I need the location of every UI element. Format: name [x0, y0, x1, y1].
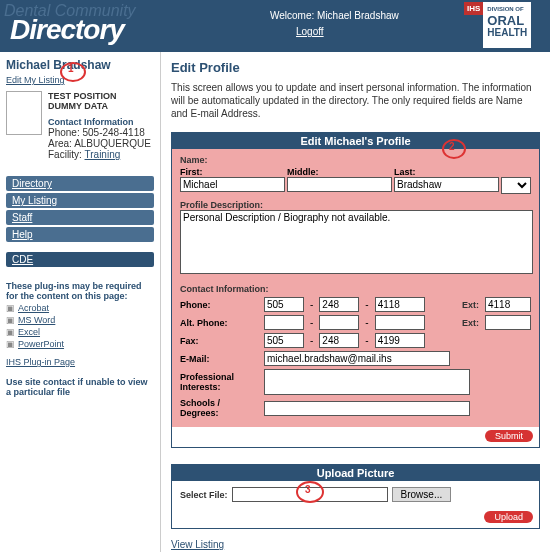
- middle-input[interactable]: [287, 177, 392, 192]
- contact-info-label: Contact Information:: [180, 284, 531, 294]
- nosite-text: Use site contact if unable to view a par…: [6, 377, 154, 397]
- view-listing-link[interactable]: View Listing: [171, 539, 224, 550]
- altphone-ext-label: Ext:: [462, 318, 479, 328]
- upload-button[interactable]: Upload: [484, 511, 533, 523]
- welcome-text: Welcome: Michael Bradshaw: [270, 10, 399, 21]
- position-line2: DUMMY DATA: [48, 101, 151, 111]
- fax-1[interactable]: [264, 333, 304, 348]
- app-title: Directory: [10, 14, 124, 46]
- logoff-link[interactable]: Logoff: [296, 26, 324, 37]
- phone-2[interactable]: [319, 297, 359, 312]
- plugin-msword[interactable]: MS Word: [18, 315, 55, 325]
- intro-text: This screen allows you to update and ins…: [171, 81, 540, 120]
- suffix-select[interactable]: [501, 177, 531, 194]
- nav-cde[interactable]: CDE: [6, 252, 154, 267]
- upload-picture-panel: Upload Picture Select File: Browse... Up…: [171, 464, 540, 529]
- plugin-acrobat[interactable]: Acrobat: [18, 303, 49, 313]
- first-label: First:: [180, 167, 279, 177]
- altphone-1[interactable]: [264, 315, 304, 330]
- facility-link[interactable]: Training: [85, 149, 121, 160]
- altphone-ext-input[interactable]: [485, 315, 531, 330]
- logo-ihs: IHS: [464, 2, 483, 15]
- name-label: Name:: [180, 155, 531, 165]
- nav-my-listing[interactable]: My Listing: [6, 193, 154, 208]
- plugin-page-link[interactable]: IHS Plug-in Page: [6, 357, 75, 367]
- altphone-2[interactable]: [319, 315, 359, 330]
- submit-button[interactable]: Submit: [485, 430, 533, 442]
- schools-label: Schools / Degrees:: [180, 398, 258, 418]
- middle-label: Middle:: [287, 167, 386, 177]
- nav-staff[interactable]: Staff: [6, 210, 154, 225]
- phone-1[interactable]: [264, 297, 304, 312]
- profile-desc-label: Profile Description:: [180, 200, 531, 210]
- annotation-num-3: 3: [305, 484, 311, 495]
- interests-label: Professional Interests:: [180, 372, 258, 392]
- edit-my-listing-link[interactable]: Edit My Listing: [6, 75, 65, 85]
- browse-button[interactable]: Browse...: [392, 487, 452, 502]
- nav-help[interactable]: Help: [6, 227, 154, 242]
- card-facility: Facility: Training: [48, 149, 151, 160]
- plugins-section: These plug-ins may be required for the c…: [6, 281, 154, 397]
- card-area: Area: ALBUQUERQUE: [48, 138, 151, 149]
- position-line1: TEST POSITION: [48, 91, 151, 101]
- profile-desc-textarea[interactable]: Personal Description / Biography not ava…: [180, 210, 533, 274]
- sidebar: Michael Bradshaw Edit My Listing TEST PO…: [0, 52, 161, 552]
- email-label: E-Mail:: [180, 354, 258, 364]
- panel-title: Edit Michael's Profile: [172, 133, 539, 149]
- annotation-num-1: 1: [68, 63, 74, 74]
- logo-text: DIVISION OF ORAL HEALTH: [483, 2, 531, 48]
- card-phone: Phone: 505-248-4118: [48, 127, 151, 138]
- phone-ext-label: Ext:: [462, 300, 479, 310]
- app-header: Dental Community Directory Welcome: Mich…: [0, 0, 550, 52]
- contact-info-header: Contact Information: [48, 117, 151, 127]
- listing-card: TEST POSITION DUMMY DATA Contact Informa…: [6, 91, 154, 160]
- avatar-thumbnail: [6, 91, 42, 135]
- page-heading: Edit Profile: [171, 60, 540, 75]
- phone-ext-input[interactable]: [485, 297, 531, 312]
- edit-profile-panel: Edit Michael's Profile Name: First: Midd…: [171, 132, 540, 448]
- schools-input[interactable]: [264, 401, 470, 416]
- phone-label: Phone:: [180, 300, 258, 310]
- fax-2[interactable]: [319, 333, 359, 348]
- altphone-label: Alt. Phone:: [180, 318, 258, 328]
- email-input[interactable]: [264, 351, 450, 366]
- fax-label: Fax:: [180, 336, 258, 346]
- logo: IHS DIVISION OF ORAL HEALTH: [464, 2, 546, 48]
- altphone-3[interactable]: [375, 315, 425, 330]
- select-file-label: Select File:: [180, 490, 228, 500]
- last-label: Last:: [394, 167, 493, 177]
- plugin-excel[interactable]: Excel: [18, 327, 40, 337]
- phone-3[interactable]: [375, 297, 425, 312]
- first-input[interactable]: [180, 177, 285, 192]
- annotation-num-2: 2: [449, 141, 455, 152]
- main-content: Edit Profile This screen allows you to u…: [161, 52, 550, 552]
- fax-3[interactable]: [375, 333, 425, 348]
- nav-directory[interactable]: Directory: [6, 176, 154, 191]
- upload-title: Upload Picture: [172, 465, 539, 481]
- plugin-powerpoint[interactable]: PowerPoint: [18, 339, 64, 349]
- last-input[interactable]: [394, 177, 499, 192]
- interests-textarea[interactable]: [264, 369, 470, 395]
